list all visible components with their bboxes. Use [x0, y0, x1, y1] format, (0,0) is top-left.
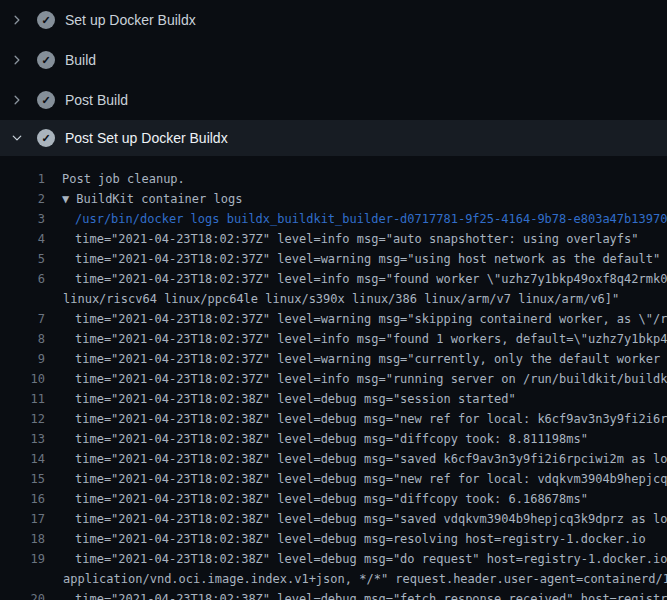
- log-line-text: time="2021-04-23T18:02:37Z" level=warnin…: [45, 249, 660, 269]
- log-line-text: time="2021-04-23T18:02:38Z" level=debug …: [45, 509, 667, 529]
- log-line-continuation: application/vnd.oci.image.index.v1+json,…: [0, 569, 667, 589]
- log-line-number[interactable]: 11: [0, 389, 45, 409]
- log-line: 13 time="2021-04-23T18:02:38Z" level=deb…: [0, 429, 667, 449]
- log-line-text: time="2021-04-23T18:02:37Z" level=info m…: [45, 369, 667, 389]
- group-collapse-icon[interactable]: ▼: [62, 192, 76, 206]
- log-line-command: 3 /usr/bin/docker logs buildx_buildkit_b…: [0, 209, 667, 229]
- log-line-text: time="2021-04-23T18:02:37Z" level=warnin…: [45, 349, 667, 369]
- step-label: Build: [65, 52, 96, 68]
- log-line-number: [0, 289, 45, 309]
- log-line: 1 Post job cleanup.: [0, 169, 667, 189]
- log-line-text: time="2021-04-23T18:02:38Z" level=debug …: [45, 549, 667, 569]
- log-line: 12 time="2021-04-23T18:02:38Z" level=deb…: [0, 409, 667, 429]
- log-line-text: ▼BuildKit container logs: [45, 189, 242, 209]
- log-line: 6 time="2021-04-23T18:02:37Z" level=info…: [0, 269, 667, 289]
- log-line: 5 time="2021-04-23T18:02:37Z" level=warn…: [0, 249, 667, 269]
- step-label: Post Set up Docker Buildx: [65, 130, 228, 146]
- log-line: 16 time="2021-04-23T18:02:38Z" level=deb…: [0, 489, 667, 509]
- log-line-text: time="2021-04-23T18:02:38Z" level=debug …: [45, 469, 667, 489]
- log-line-text: time="2021-04-23T18:02:38Z" level=debug …: [45, 409, 667, 429]
- log-line-text: linux/riscv64 linux/ppc64le linux/s390x …: [45, 289, 619, 309]
- check-circle-icon: ✓: [37, 129, 55, 147]
- log-line-number[interactable]: 9: [0, 349, 45, 369]
- log-line-text: application/vnd.oci.image.index.v1+json,…: [45, 569, 667, 589]
- log-line-number[interactable]: 14: [0, 449, 45, 469]
- log-line-text: time="2021-04-23T18:02:38Z" level=debug …: [45, 589, 667, 600]
- log-line: 7 time="2021-04-23T18:02:37Z" level=warn…: [0, 309, 667, 329]
- log-line-number[interactable]: 4: [0, 229, 45, 249]
- actions-log-panel: ✓ Set up Docker Buildx ✓ Build ✓ Post Bu…: [0, 0, 667, 600]
- chevron-down-icon: [11, 132, 23, 144]
- log-line: 20 time="2021-04-23T18:02:38Z" level=deb…: [0, 589, 667, 600]
- log-line-number[interactable]: 5: [0, 249, 45, 269]
- log-line-number[interactable]: 15: [0, 469, 45, 489]
- log-line-number[interactable]: 1: [0, 169, 45, 189]
- log-line-text: time="2021-04-23T18:02:38Z" level=debug …: [45, 449, 667, 469]
- log-line-number[interactable]: 8: [0, 329, 45, 349]
- log-line-number[interactable]: 19: [0, 549, 45, 569]
- log-command-text: /usr/bin/docker logs buildx_buildkit_bui…: [45, 209, 667, 229]
- log-line: 4 time="2021-04-23T18:02:37Z" level=info…: [0, 229, 667, 249]
- log-line-number[interactable]: 20: [0, 589, 45, 600]
- log-line: 17 time="2021-04-23T18:02:38Z" level=deb…: [0, 509, 667, 529]
- log-line-continuation: linux/riscv64 linux/ppc64le linux/s390x …: [0, 289, 667, 309]
- log-line-text: time="2021-04-23T18:02:37Z" level=info m…: [45, 269, 667, 289]
- log-viewer: 1 Post job cleanup. 2 ▼BuildKit containe…: [0, 156, 667, 600]
- log-line: 9 time="2021-04-23T18:02:37Z" level=warn…: [0, 349, 667, 369]
- log-line-number[interactable]: 17: [0, 509, 45, 529]
- log-line: 11 time="2021-04-23T18:02:38Z" level=deb…: [0, 389, 667, 409]
- log-line-number[interactable]: 2: [0, 189, 45, 209]
- log-line-number[interactable]: 18: [0, 529, 45, 549]
- group-title: BuildKit container logs: [76, 192, 242, 206]
- log-line-text: Post job cleanup.: [45, 169, 185, 189]
- log-line-number[interactable]: 7: [0, 309, 45, 329]
- log-line-number[interactable]: 10: [0, 369, 45, 389]
- log-line-text: time="2021-04-23T18:02:37Z" level=info m…: [45, 329, 667, 349]
- step-label: Set up Docker Buildx: [65, 12, 196, 28]
- log-line: 10 time="2021-04-23T18:02:37Z" level=inf…: [0, 369, 667, 389]
- log-line-text: time="2021-04-23T18:02:37Z" level=warnin…: [45, 309, 667, 329]
- step-label: Post Build: [65, 92, 128, 108]
- check-circle-icon: ✓: [37, 11, 55, 29]
- log-line-number[interactable]: 3: [0, 209, 45, 229]
- log-line-text: time="2021-04-23T18:02:38Z" level=debug …: [45, 429, 588, 449]
- log-line-text: time="2021-04-23T18:02:38Z" level=debug …: [45, 489, 588, 509]
- chevron-right-icon: [11, 94, 23, 106]
- step-row-set-up-docker-buildx[interactable]: ✓ Set up Docker Buildx: [0, 0, 667, 40]
- log-line-text: time="2021-04-23T18:02:37Z" level=info m…: [45, 229, 639, 249]
- chevron-right-icon: [11, 54, 23, 66]
- log-line: 8 time="2021-04-23T18:02:37Z" level=info…: [0, 329, 667, 349]
- step-row-build[interactable]: ✓ Build: [0, 40, 667, 80]
- check-circle-icon: ✓: [37, 91, 55, 109]
- log-line: 15 time="2021-04-23T18:02:38Z" level=deb…: [0, 469, 667, 489]
- check-circle-icon: ✓: [37, 51, 55, 69]
- step-row-post-build[interactable]: ✓ Post Build: [0, 80, 667, 120]
- log-line-number[interactable]: 12: [0, 409, 45, 429]
- log-line-text: time="2021-04-23T18:02:38Z" level=debug …: [45, 529, 646, 549]
- log-line: 18 time="2021-04-23T18:02:38Z" level=deb…: [0, 529, 667, 549]
- log-line-number[interactable]: 13: [0, 429, 45, 449]
- log-line-number[interactable]: 16: [0, 489, 45, 509]
- log-line: 19 time="2021-04-23T18:02:38Z" level=deb…: [0, 549, 667, 569]
- step-row-post-set-up-docker-buildx[interactable]: ✓ Post Set up Docker Buildx: [0, 120, 667, 156]
- log-line-number[interactable]: 6: [0, 269, 45, 289]
- chevron-right-icon: [11, 14, 23, 26]
- log-line: 14 time="2021-04-23T18:02:38Z" level=deb…: [0, 449, 667, 469]
- log-line-group-header: 2 ▼BuildKit container logs: [0, 189, 667, 209]
- log-line-text: time="2021-04-23T18:02:38Z" level=debug …: [45, 389, 516, 409]
- log-line-number: [0, 569, 45, 589]
